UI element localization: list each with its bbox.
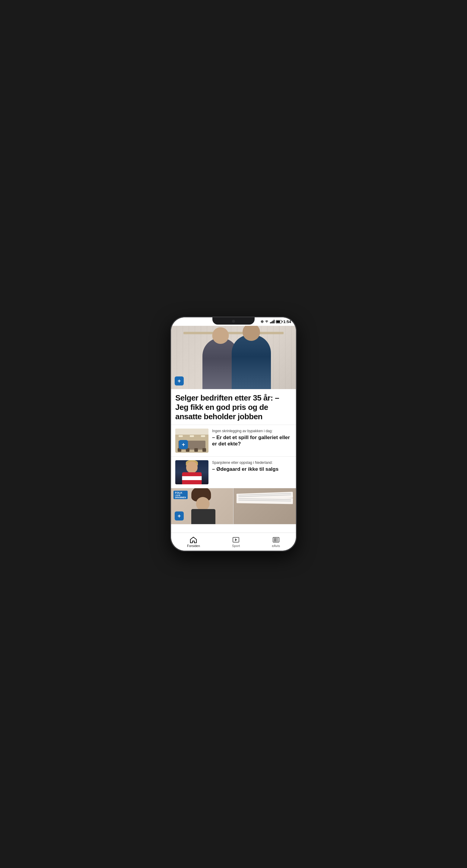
wifi-icon [265,320,269,323]
small-article1-plus-badge[interactable]: + [175,512,184,521]
home-icon [190,536,197,544]
light-2 [190,435,194,437]
article-odegaard-text: Spanjolene etter oppslag i Nederland: – … [212,460,292,484]
nav-label-forsiden: Forsiden [187,544,200,548]
article-bypakken-subtitle: Ingen skrinlegging av bypakken i dag: [212,429,292,434]
camera-dot [232,320,235,323]
woman-head [196,497,210,510]
nav-item-sport[interactable]: Sport [226,535,246,549]
paper-line [238,500,291,501]
eavis-line-1 [276,538,278,539]
papers-visual [236,493,293,504]
light-1 [179,435,183,437]
nav-item-eavis[interactable]: eAvis [266,535,286,549]
meeting-ceiling [175,429,208,435]
nav-label-eavis: eAvis [272,544,280,548]
chair-4 [202,448,206,452]
article-bypakken-text: Ingen skrinlegging av bypakken i dag: – … [212,429,292,453]
vibrate-icon [261,320,263,323]
paper-sheet-2 [236,497,293,504]
article-odegaard-title: – Ødegaard er ikke til salgs [212,466,292,472]
sport-icon [232,536,239,544]
small-article-folk[interactable]: FOLK I NYEDRAMMEN + [171,488,233,524]
article-odegaard[interactable]: Spanjolene etter oppslag i Nederland: – … [171,457,296,488]
person-right [232,335,271,389]
meeting-lights [175,435,208,437]
battery-icon [276,320,282,323]
light-3 [201,435,205,437]
nav-item-forsiden[interactable]: Forsiden [181,535,206,549]
player-jersey [182,472,202,484]
woman-body [191,509,215,524]
article-odegaard-thumb [175,460,208,484]
people-silhouette [171,326,296,389]
article1-plus-badge[interactable]: + [179,440,188,449]
hero-plus-badge[interactable]: + [175,376,184,385]
status-bar-right: 1:54 [261,319,291,324]
phone-screen: 1:54 + [171,317,296,551]
folk-logo-text: FOLK [175,491,186,494]
football-image [175,460,208,484]
article-bypakken[interactable]: + Ingen skrinlegging av bypakken i dag: … [171,425,296,457]
article-odegaard-subtitle: Spanjolene etter oppslag i Nederland: [212,460,292,465]
content-area[interactable]: + Selger bedriften etter 35 år: – Jeg fi… [171,326,296,532]
signal-icon [270,320,274,323]
small-articles-grid: FOLK I NYEDRAMMEN + [171,488,296,524]
eavis-line-3 [276,541,278,541]
eavis-icon [272,536,280,544]
folk-logo-subtitle: I NYEDRAMMEN [175,494,186,498]
article-bypakken-title: – Er det et spill for galleriet eller er… [212,435,292,447]
sport-box [233,537,239,542]
bottom-nav: Forsiden Sport [171,532,296,551]
time-display: 1:54 [283,319,291,324]
nav-label-sport: Sport [232,544,240,548]
eavis-image-placeholder [274,538,276,541]
small-article-folk-bg: FOLK I NYEDRAMMEN + [171,488,233,524]
small-article-papers-bg [233,488,296,524]
eavis-box [273,537,279,542]
article-bypakken-thumb: + [175,429,208,453]
eavis-line-2 [276,539,278,540]
paper-line [238,498,291,500]
status-icons [261,320,282,323]
main-headline-text: Selger bedriften etter 35 år: – Jeg fikk… [175,393,292,422]
head-right [242,326,260,341]
player-head [186,461,198,473]
paper-lines-2 [238,498,291,502]
head-left [212,327,229,344]
hero-image[interactable]: + [171,326,296,389]
chair-3 [194,448,198,452]
play-triangle [235,538,237,541]
eavis-lines [276,538,278,541]
small-article-papers[interactable] [233,488,296,524]
phone-frame: 1:54 + [170,316,297,552]
main-headline-section[interactable]: Selger bedriften etter 35 år: – Jeg fikk… [171,389,296,425]
folk-logo: FOLK I NYEDRAMMEN [173,491,188,499]
